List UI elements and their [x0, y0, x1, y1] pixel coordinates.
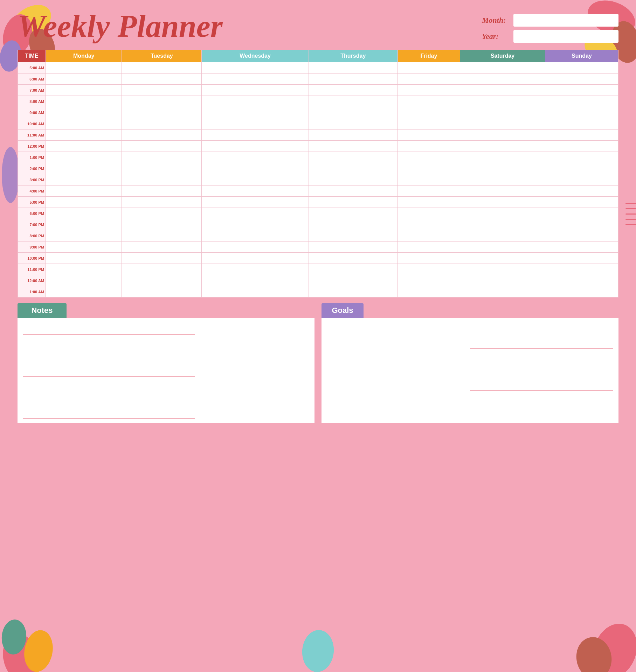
- schedule-cell[interactable]: [122, 197, 202, 208]
- schedule-cell[interactable]: [460, 253, 545, 264]
- schedule-cell[interactable]: [202, 141, 309, 152]
- schedule-cell[interactable]: [122, 275, 202, 286]
- schedule-cell[interactable]: [46, 107, 122, 118]
- schedule-cell[interactable]: [545, 152, 618, 163]
- schedule-cell[interactable]: [202, 163, 309, 174]
- note-line[interactable]: [23, 405, 309, 419]
- schedule-cell[interactable]: [202, 107, 309, 118]
- schedule-cell[interactable]: [122, 107, 202, 118]
- schedule-cell[interactable]: [398, 118, 460, 130]
- schedule-cell[interactable]: [460, 208, 545, 219]
- schedule-cell[interactable]: [309, 152, 398, 163]
- schedule-cell[interactable]: [460, 186, 545, 197]
- schedule-cell[interactable]: [460, 152, 545, 163]
- schedule-cell[interactable]: [202, 230, 309, 241]
- goal-line[interactable]: [327, 377, 613, 391]
- schedule-cell[interactable]: [460, 130, 545, 141]
- schedule-cell[interactable]: [309, 186, 398, 197]
- schedule-cell[interactable]: [460, 96, 545, 107]
- goal-line[interactable]: [327, 391, 613, 405]
- schedule-cell[interactable]: [398, 74, 460, 85]
- schedule-cell[interactable]: [545, 241, 618, 253]
- schedule-cell[interactable]: [460, 141, 545, 152]
- schedule-cell[interactable]: [46, 141, 122, 152]
- schedule-cell[interactable]: [460, 174, 545, 186]
- schedule-cell[interactable]: [460, 230, 545, 241]
- schedule-cell[interactable]: [398, 219, 460, 230]
- schedule-cell[interactable]: [398, 275, 460, 286]
- schedule-cell[interactable]: [202, 275, 309, 286]
- schedule-cell[interactable]: [122, 118, 202, 130]
- schedule-cell[interactable]: [398, 253, 460, 264]
- schedule-cell[interactable]: [460, 241, 545, 253]
- schedule-cell[interactable]: [309, 96, 398, 107]
- schedule-cell[interactable]: [545, 107, 618, 118]
- schedule-cell[interactable]: [545, 264, 618, 275]
- schedule-cell[interactable]: [122, 163, 202, 174]
- schedule-cell[interactable]: [545, 163, 618, 174]
- schedule-cell[interactable]: [460, 118, 545, 130]
- schedule-cell[interactable]: [122, 186, 202, 197]
- schedule-cell[interactable]: [202, 85, 309, 96]
- note-line[interactable]: [23, 335, 309, 349]
- schedule-cell[interactable]: [309, 85, 398, 96]
- schedule-cell[interactable]: [460, 275, 545, 286]
- schedule-cell[interactable]: [545, 74, 618, 85]
- schedule-cell[interactable]: [309, 74, 398, 85]
- note-line[interactable]: [23, 377, 309, 391]
- goal-line[interactable]: [327, 335, 613, 349]
- schedule-cell[interactable]: [545, 186, 618, 197]
- schedule-cell[interactable]: [398, 230, 460, 241]
- schedule-cell[interactable]: [545, 130, 618, 141]
- schedule-cell[interactable]: [122, 96, 202, 107]
- schedule-cell[interactable]: [309, 141, 398, 152]
- schedule-cell[interactable]: [202, 253, 309, 264]
- schedule-cell[interactable]: [122, 85, 202, 96]
- year-input[interactable]: [513, 30, 618, 43]
- schedule-cell[interactable]: [46, 230, 122, 241]
- schedule-cell[interactable]: [202, 96, 309, 107]
- schedule-cell[interactable]: [309, 62, 398, 74]
- schedule-cell[interactable]: [460, 107, 545, 118]
- schedule-cell[interactable]: [460, 74, 545, 85]
- month-input[interactable]: [513, 14, 618, 27]
- schedule-cell[interactable]: [309, 253, 398, 264]
- schedule-cell[interactable]: [398, 62, 460, 74]
- schedule-cell[interactable]: [309, 130, 398, 141]
- schedule-cell[interactable]: [545, 141, 618, 152]
- schedule-cell[interactable]: [46, 74, 122, 85]
- schedule-cell[interactable]: [46, 241, 122, 253]
- goal-line[interactable]: [327, 405, 613, 419]
- note-line[interactable]: [23, 349, 309, 363]
- schedule-cell[interactable]: [460, 85, 545, 96]
- schedule-cell[interactable]: [46, 85, 122, 96]
- schedule-cell[interactable]: [398, 286, 460, 298]
- schedule-cell[interactable]: [202, 286, 309, 298]
- schedule-cell[interactable]: [46, 130, 122, 141]
- schedule-cell[interactable]: [46, 118, 122, 130]
- schedule-cell[interactable]: [46, 219, 122, 230]
- schedule-cell[interactable]: [398, 197, 460, 208]
- schedule-cell[interactable]: [122, 141, 202, 152]
- schedule-cell[interactable]: [122, 208, 202, 219]
- schedule-cell[interactable]: [398, 152, 460, 163]
- schedule-cell[interactable]: [122, 241, 202, 253]
- schedule-cell[interactable]: [122, 74, 202, 85]
- schedule-cell[interactable]: [398, 85, 460, 96]
- schedule-cell[interactable]: [202, 152, 309, 163]
- schedule-cell[interactable]: [398, 186, 460, 197]
- schedule-cell[interactable]: [545, 286, 618, 298]
- schedule-cell[interactable]: [460, 197, 545, 208]
- schedule-cell[interactable]: [545, 208, 618, 219]
- schedule-cell[interactable]: [545, 253, 618, 264]
- schedule-cell[interactable]: [46, 275, 122, 286]
- schedule-cell[interactable]: [460, 163, 545, 174]
- schedule-cell[interactable]: [122, 174, 202, 186]
- schedule-cell[interactable]: [46, 62, 122, 74]
- schedule-cell[interactable]: [398, 141, 460, 152]
- schedule-cell[interactable]: [460, 219, 545, 230]
- schedule-cell[interactable]: [309, 286, 398, 298]
- schedule-cell[interactable]: [545, 230, 618, 241]
- schedule-cell[interactable]: [398, 241, 460, 253]
- schedule-cell[interactable]: [202, 197, 309, 208]
